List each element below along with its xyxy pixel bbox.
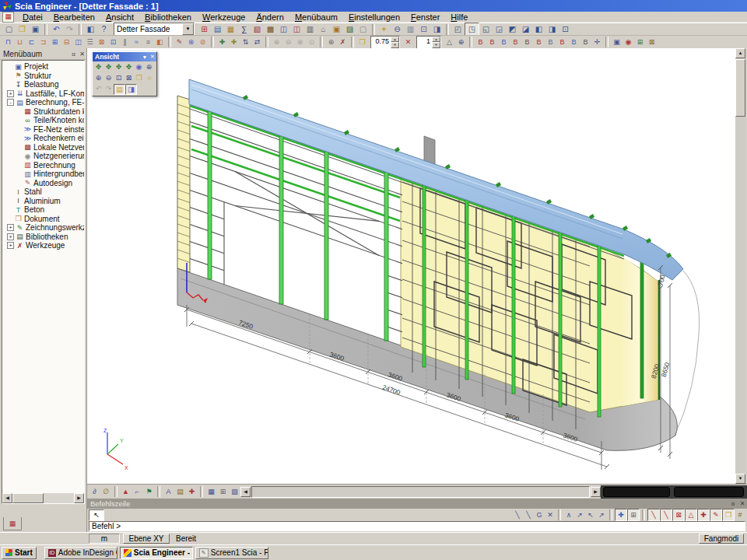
taskbar-button-indesign[interactable]: IDAdobe InDesign C...	[44, 547, 117, 559]
vertical-scrollbar[interactable]: ▲ ▼	[735, 48, 745, 484]
zoom-out-icon[interactable]: ⊖	[103, 73, 114, 82]
perspective-icon[interactable]: ◉	[134, 62, 144, 72]
panel-icon[interactable]: ◫	[72, 37, 84, 47]
rotate-icon[interactable]: ⊕	[271, 37, 282, 47]
clipping-box-icon[interactable]: ❒	[134, 73, 144, 82]
snap-node-icon[interactable]: ✎	[710, 509, 722, 521]
zoom-window-icon[interactable]: ⊡	[114, 73, 124, 82]
tree-item-aluminium[interactable]: IAluminium	[4, 197, 84, 206]
view-axo-icon[interactable]: ◧	[532, 23, 545, 35]
delete-node-icon[interactable]: ⊘	[197, 37, 209, 47]
snap-library-icon[interactable]: ❒	[722, 509, 735, 521]
view-iso-icon[interactable]: ◨	[545, 23, 559, 35]
help-icon[interactable]: ?	[97, 23, 110, 35]
snap-ortho-icon[interactable]: ↖	[585, 509, 596, 520]
volume-display-icon[interactable]: ▧	[229, 486, 240, 497]
catalog-icon[interactable]: ▦	[224, 23, 237, 35]
snap-intersection-icon[interactable]: ⊠	[672, 509, 685, 521]
tree-item-beton[interactable]: TBeton	[4, 205, 84, 215]
new-file-icon[interactable]: ▢	[2, 23, 16, 35]
new-window-icon[interactable]: ◧	[84, 23, 97, 35]
menu-item-ansicht[interactable]: Ansicht	[100, 12, 139, 22]
tree-item-berechnung-fe-netz[interactable]: -▤Berechnung, FE-Netz	[4, 98, 84, 107]
edit-geometry-icon[interactable]: ✎	[174, 37, 185, 47]
taskbar-button-paint[interactable]: ✎Screen1 Scia - Paint	[195, 547, 268, 559]
open-library-icon[interactable]: ❒	[356, 37, 368, 47]
close-window-icon[interactable]: ◫	[290, 23, 303, 35]
paperspace-icon[interactable]: ▩	[264, 23, 277, 35]
snap-tangent-icon[interactable]: ✚	[697, 509, 710, 521]
scroll-down-icon[interactable]: ▼	[735, 474, 745, 484]
support-icon[interactable]: ≈	[131, 37, 142, 47]
tree-item-struktur[interactable]: ⚑Struktur	[4, 72, 84, 81]
zoom-all-icon[interactable]: ⊠	[124, 73, 134, 82]
view-front-icon[interactable]: ◰	[451, 23, 465, 35]
render-mode-icon[interactable]: ▤	[174, 486, 186, 497]
loadcase-6-icon[interactable]: B	[533, 37, 545, 47]
snap-mode-button[interactable]: Fangmodi	[699, 534, 744, 544]
loadcase-1-icon[interactable]: B	[475, 37, 486, 47]
wall-icon[interactable]: ⊐	[37, 37, 49, 47]
expand-icon[interactable]: +	[7, 233, 14, 240]
document-icon[interactable]: ▣	[330, 23, 343, 35]
view-persp-icon[interactable]: ⊡	[559, 23, 572, 35]
combination-icon[interactable]: ✛	[591, 37, 603, 47]
shell-icon[interactable]: ⊞	[49, 37, 61, 47]
mirror-icon[interactable]: ⊖	[282, 37, 294, 47]
cut-icon[interactable]: ✕	[402, 37, 414, 47]
mdi-document-icon[interactable]: ▦	[2, 12, 14, 23]
options-icon[interactable]: ▢	[356, 23, 370, 35]
calculation-icon[interactable]: ∑	[237, 23, 251, 35]
left-column-strip[interactable]	[177, 96, 190, 272]
menu-item-einstellungen[interactable]: Einstellungen	[343, 12, 405, 22]
scroll-left-icon[interactable]: ◀	[240, 487, 251, 497]
dot-grid-icon[interactable]: ⊞	[627, 509, 640, 521]
tree-item-hintergrundberechnur[interactable]: ▥Hintergrundberechnur	[4, 170, 84, 179]
cursor-mode-icon[interactable]: ↖	[89, 509, 104, 521]
preview-icon[interactable]: ⌂	[317, 23, 330, 35]
menu-item-menbaum[interactable]: Menübaum	[289, 12, 343, 22]
angle-icon[interactable]: △	[444, 37, 455, 47]
spinner-down-icon[interactable]: ▼	[391, 42, 399, 48]
insert-point-icon[interactable]: ⊕	[455, 37, 467, 47]
scroll-right-icon[interactable]: ▶	[591, 487, 601, 497]
view-top-icon[interactable]: ◩	[506, 23, 519, 35]
section-icon[interactable]: ∂	[89, 486, 100, 497]
view-right-icon[interactable]: ◲	[493, 23, 506, 35]
cross-link-icon[interactable]: ◧	[154, 37, 166, 47]
gallery-icon[interactable]: ▧	[251, 23, 264, 35]
opening-icon[interactable]: ⊟	[61, 37, 72, 47]
menu-item-ndern[interactable]: Ändern	[251, 12, 289, 22]
scroll-left-icon[interactable]: ◀	[2, 493, 12, 503]
load-panel-icon[interactable]: ≡	[142, 37, 154, 47]
view-y-icon[interactable]: ✥	[103, 62, 114, 72]
add-member-icon[interactable]: ✚	[216, 37, 228, 47]
beam-icon[interactable]: ⊔	[14, 37, 26, 47]
menu-item-werkzeuge[interactable]: Werkzeuge	[197, 12, 251, 22]
light-source-icon[interactable]: ✚	[186, 486, 198, 497]
rib-icon[interactable]: ☰	[84, 37, 96, 47]
column-icon[interactable]: ⊓	[2, 37, 14, 47]
spinner-up-icon[interactable]: ▲	[391, 37, 399, 43]
rendered-icon[interactable]: ◨	[125, 84, 137, 95]
triangle-mesh-icon[interactable]: ▲	[120, 486, 132, 497]
loadcase-2-icon[interactable]: B	[486, 37, 498, 47]
raster-icon[interactable]: ⊡	[417, 23, 430, 35]
menu-item-bearbeiten[interactable]: Bearbeiten	[48, 12, 100, 22]
menu-item-datei[interactable]: Datei	[17, 12, 48, 22]
loadcase-4-icon[interactable]: B	[510, 37, 521, 47]
combo-dropdown-icon[interactable]: ▼	[182, 23, 194, 35]
close-icon[interactable]: ✕	[738, 500, 747, 507]
deform-icon[interactable]: ⊠	[646, 37, 658, 47]
plate-icon[interactable]: ⊏	[26, 37, 37, 47]
pin-icon[interactable]: ɑ	[69, 51, 78, 58]
snap-endpoint-icon[interactable]: ╲	[647, 509, 660, 521]
snap-off-icon[interactable]: ✕	[545, 509, 556, 520]
start-button[interactable]: Start	[2, 547, 37, 559]
view-bottom-icon[interactable]: ◪	[519, 23, 532, 35]
mesh-display-icon[interactable]: ⊞	[217, 486, 229, 497]
copy-icon[interactable]: ⇄	[251, 37, 263, 47]
view-left-icon[interactable]: ◱	[479, 23, 493, 35]
loadcase-9-icon[interactable]: B	[568, 37, 580, 47]
line-grid-icon[interactable]: ▤	[211, 23, 224, 35]
